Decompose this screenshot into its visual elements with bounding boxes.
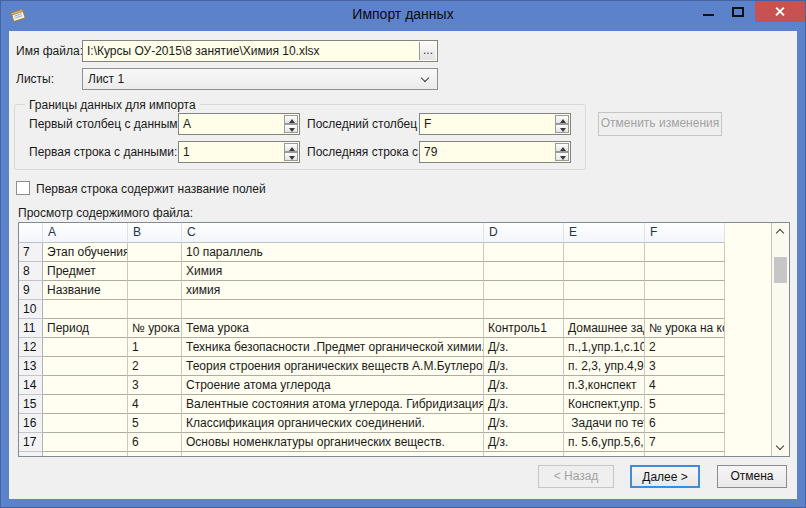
grid-cell[interactable]: химия [182, 281, 484, 300]
grid-cell[interactable]: Д/з. [484, 338, 564, 357]
grid-cell[interactable]: Д/з. [484, 357, 564, 376]
grid-cell[interactable] [564, 300, 645, 319]
scroll-down-icon[interactable] [772, 439, 789, 456]
spin-down-icon[interactable] [284, 124, 298, 133]
spin-down-icon[interactable] [555, 124, 569, 133]
grid-cell[interactable]: Этап обучения [43, 243, 128, 262]
grid-column-header-A[interactable]: A [43, 223, 128, 243]
grid-cell[interactable] [645, 262, 725, 281]
spin-up-icon[interactable] [284, 143, 298, 152]
spin-down-icon[interactable] [284, 152, 298, 161]
grid-cell[interactable] [43, 433, 128, 452]
maximize-button[interactable] [724, 0, 754, 22]
grid-cell[interactable] [564, 243, 645, 262]
grid-cell[interactable] [645, 281, 725, 300]
grid-cell[interactable] [128, 300, 182, 319]
grid-cell[interactable] [645, 300, 725, 319]
grid-cell[interactable]: п. 2,3, упр.4,9 [564, 357, 645, 376]
grid-cell[interactable] [43, 395, 128, 414]
grid-cell[interactable] [128, 243, 182, 262]
grid-cell[interactable]: Конспект,упр. [564, 395, 645, 414]
minimize-button[interactable] [694, 0, 724, 22]
grid-cell[interactable]: № урока [128, 319, 182, 338]
grid-cell[interactable]: 4 [645, 376, 725, 395]
grid-cell[interactable]: Период [43, 319, 128, 338]
grid-cell[interactable]: Теория строения органических веществ А.М… [182, 357, 484, 376]
grid-cell[interactable]: п.3,конспект [564, 376, 645, 395]
grid-cell[interactable]: Основы номенклатуры органических веществ… [182, 433, 484, 452]
grid-cell[interactable]: № урока на ко [645, 319, 725, 338]
grid-column-header-E[interactable]: E [564, 223, 645, 243]
grid-cell[interactable] [484, 243, 564, 262]
first-row-spinner[interactable]: 1 [178, 141, 300, 163]
grid-cell[interactable]: Д/з. [484, 376, 564, 395]
grid-cell[interactable] [128, 281, 182, 300]
grid-cell[interactable]: Техника безопасности .Предмет органическ… [182, 338, 484, 357]
grid-cell[interactable] [128, 262, 182, 281]
grid-column-header-D[interactable]: D [484, 223, 564, 243]
next-button[interactable]: Далее > [630, 465, 700, 488]
grid-cell[interactable]: 3 [645, 357, 725, 376]
grid-cell[interactable]: 6 [128, 433, 182, 452]
close-button[interactable] [755, 1, 805, 22]
grid-cell[interactable] [182, 300, 484, 319]
grid-column-header-B[interactable]: B [128, 223, 182, 243]
grid-column-header-C[interactable]: C [182, 223, 484, 243]
grid-cell[interactable]: 2 [128, 357, 182, 376]
grid-cell[interactable]: 10 параллель [182, 243, 484, 262]
grid-cell[interactable]: Строение атома углерода [182, 376, 484, 395]
grid-cell[interactable] [484, 262, 564, 281]
grid-cell[interactable]: 5 [128, 414, 182, 433]
cancel-changes-button[interactable]: Отменить изменения [598, 112, 722, 136]
grid-cell[interactable] [484, 300, 564, 319]
grid-column-header-F[interactable]: F [645, 223, 725, 243]
grid-cell[interactable]: Д/з. [484, 433, 564, 452]
grid-cell[interactable]: Химия [182, 262, 484, 281]
grid-cell[interactable]: 3 [128, 376, 182, 395]
grid-cell[interactable]: Д/з. [484, 414, 564, 433]
spin-up-icon[interactable] [555, 143, 569, 152]
grid-cell[interactable]: Задачи по тет [564, 414, 645, 433]
back-button[interactable]: < Назад [538, 465, 614, 488]
grid-cell[interactable]: 1 [128, 338, 182, 357]
grid-cell[interactable]: Валентные состояния атома углерода. Гибр… [182, 395, 484, 414]
grid-cell[interactable]: 6 [645, 414, 725, 433]
scroll-up-icon[interactable] [772, 223, 789, 240]
grid-cell[interactable] [484, 281, 564, 300]
grid-cell[interactable]: Классификация органических соединений. [182, 414, 484, 433]
grid-cell[interactable] [43, 357, 128, 376]
grid-cell[interactable]: 5 [645, 395, 725, 414]
browse-button[interactable]: ... [419, 42, 436, 60]
file-name-field[interactable]: I:\Курсы ОУ-2015\8 занятие\Химия 10.xlsx… [82, 40, 438, 62]
grid-cell[interactable]: Д/з. [484, 395, 564, 414]
grid-cell[interactable] [43, 300, 128, 319]
spin-up-icon[interactable] [284, 115, 298, 124]
cancel-button[interactable]: Отмена [717, 465, 787, 488]
vertical-scrollbar[interactable] [771, 223, 789, 456]
grid-cell[interactable]: Название [43, 281, 128, 300]
grid-cell[interactable] [564, 281, 645, 300]
grid-cell[interactable] [645, 243, 725, 262]
grid-cell[interactable]: Контроль1 [484, 319, 564, 338]
spin-up-icon[interactable] [555, 115, 569, 124]
grid-cell[interactable] [43, 338, 128, 357]
grid-cell[interactable] [43, 376, 128, 395]
grid-cell[interactable]: п. 5.6,упр.5,6, [564, 433, 645, 452]
grid-cell[interactable]: Предмет [43, 262, 128, 281]
grid-cell[interactable]: п.,1,упр.1,с.10 [564, 338, 645, 357]
grid-cell[interactable]: Домашнее зада [564, 319, 645, 338]
first-row-headers-checkbox[interactable] [16, 181, 30, 195]
grid-cell[interactable]: 7 [645, 433, 725, 452]
sheets-dropdown[interactable]: Лист 1 [82, 68, 438, 90]
scrollbar-thumb[interactable] [774, 257, 787, 283]
grid-cell[interactable]: 4 [128, 395, 182, 414]
last-row-spinner[interactable]: 79 [419, 141, 571, 163]
grid-cell[interactable] [564, 262, 645, 281]
grid-cell[interactable]: Тема урока [182, 319, 484, 338]
spin-down-icon[interactable] [555, 152, 569, 161]
grid-cell[interactable] [43, 414, 128, 433]
grid-corner-cell[interactable] [19, 223, 43, 243]
first-col-spinner[interactable]: A [178, 113, 300, 135]
last-col-spinner[interactable]: F [419, 113, 571, 135]
grid-cell[interactable]: 2 [645, 338, 725, 357]
